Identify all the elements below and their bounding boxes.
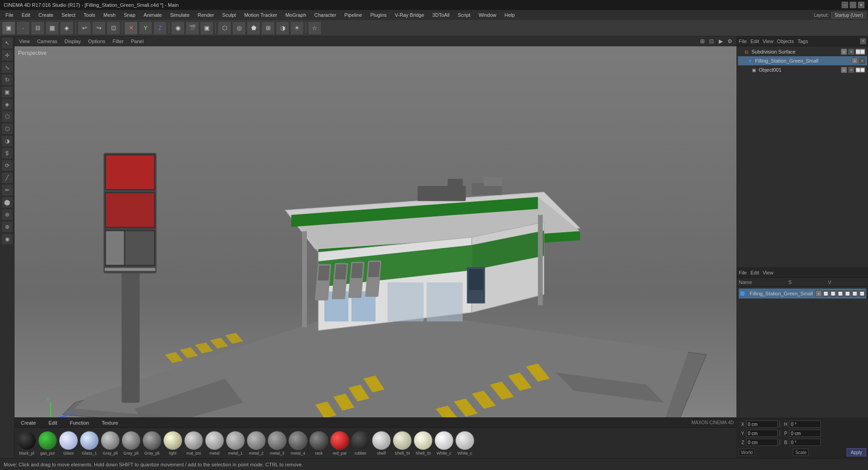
left-tool-11[interactable]: ⟳ (1, 160, 13, 171)
menu-simulate[interactable]: Simulate (166, 11, 193, 19)
mat-thumb-shellst2[interactable]: Shell_St (414, 431, 433, 455)
mat-strip-texture[interactable]: Texture (98, 419, 122, 426)
mat-thumb-shelf[interactable]: shelf (372, 431, 391, 455)
mat-thumb-metal2[interactable]: metal_2 (247, 431, 266, 455)
menu-script[interactable]: Script (454, 11, 474, 19)
coord-p-input[interactable] (789, 430, 821, 437)
mat-thumb-graypli2[interactable]: Gray_pli (122, 431, 141, 455)
lights-button[interactable]: ☀ (290, 21, 304, 35)
coord-h-input[interactable] (789, 421, 821, 428)
menu-render[interactable]: Render (194, 11, 218, 19)
left-tool-17[interactable]: ◉ (1, 233, 13, 245)
menu-tools[interactable]: Tools (80, 11, 99, 19)
left-tool-cursor[interactable]: ↖ (1, 37, 13, 49)
tab-panel[interactable]: Panel (129, 38, 146, 45)
menu-file[interactable]: File (2, 11, 17, 19)
edge-mode-button[interactable]: ⊟ (31, 21, 44, 35)
menu-3dtoall[interactable]: 3DToAll (429, 11, 453, 19)
vp-render-icon[interactable]: ▶ (717, 37, 725, 45)
fs-lock-btn[interactable]: ✕ (859, 58, 865, 64)
minimize-button[interactable]: ─ (842, 2, 848, 8)
obj-row-subdiv[interactable]: ⊟ Subdivision Surface ● ✕ ⬜⬜ (738, 47, 867, 56)
mat-thumb-metal4[interactable]: metal_4 (288, 431, 307, 455)
mat-file-menu[interactable]: File (739, 270, 747, 275)
snap-button[interactable]: ⬡ (218, 21, 231, 35)
mat-thumb-red_par[interactable]: red_par (330, 431, 349, 455)
menu-edit[interactable]: Edit (18, 11, 34, 19)
mat-thumb-black_pl[interactable]: black_pl (17, 431, 36, 455)
left-tool-12[interactable]: ╱ (1, 172, 13, 184)
mat-thumb-rack[interactable]: rack (309, 431, 328, 455)
left-tool-scale[interactable]: ⤡ (1, 62, 13, 73)
object-mode-button[interactable]: ◈ (60, 21, 73, 35)
mat-thumb-metal[interactable]: metal (205, 431, 224, 455)
grid-button[interactable]: ⊞ (261, 21, 275, 35)
mat-thumb-rubber[interactable]: rubber (351, 431, 370, 455)
menu-mesh[interactable]: Mesh (100, 11, 119, 19)
left-tool-5[interactable]: ▣ (1, 86, 13, 98)
left-tool-8[interactable]: ⬡ (1, 123, 13, 135)
display-button[interactable]: ◑ (276, 21, 289, 35)
rotate-tool-button[interactable]: Z (153, 21, 167, 35)
mat-thumb-shellst1[interactable]: Shell_St (393, 431, 412, 455)
render-button[interactable]: ◉ (171, 21, 185, 35)
left-tool-15[interactable]: ⊛ (1, 209, 13, 220)
mat-g-btn[interactable]: ⬜ (859, 290, 865, 297)
subdiv-tag-btn[interactable]: ⬜⬜ (855, 49, 865, 55)
left-tool-9[interactable]: ◑ (1, 135, 13, 147)
maximize-button[interactable]: □ (850, 2, 856, 8)
scale-label[interactable]: Scale (793, 449, 809, 456)
menu-sculpt[interactable]: Sculpt (219, 11, 240, 19)
coord-z-input[interactable] (746, 439, 778, 446)
left-tool-7[interactable]: ⬠ (1, 111, 13, 122)
coord-y-input[interactable] (746, 430, 778, 437)
menu-vray[interactable]: V-Ray Bridge (391, 11, 428, 19)
mat-strip-function[interactable]: Function (66, 419, 93, 426)
mat-row-filling-station[interactable]: Filling_Station_Green_Small ● ⬜ ⬜ ⬜ ⬜ ⬜ … (739, 289, 866, 299)
tab-filter[interactable]: Filter (111, 38, 125, 45)
coord-b-input[interactable] (789, 439, 821, 446)
obj-edit-menu[interactable]: Edit (751, 39, 759, 44)
mat-m-btn[interactable]: ⬜ (837, 290, 844, 297)
model-mode-button[interactable]: ▣ (2, 21, 15, 35)
vp-layout-icon[interactable]: ⊞ (698, 37, 707, 45)
mat-thumb-metal1[interactable]: metal_1 (226, 431, 245, 455)
apply-button[interactable]: Apply (847, 448, 866, 456)
mat-thumb-gas_pur[interactable]: gas_pur (38, 431, 57, 455)
coord-x-input[interactable] (746, 421, 778, 428)
left-tool-rotate[interactable]: ↻ (1, 74, 13, 86)
close-button[interactable]: ✕ (858, 2, 864, 8)
move-tool-button[interactable]: ✕ (124, 21, 138, 35)
mat-r-btn[interactable]: ⬜ (830, 290, 836, 297)
menu-motion-tracker[interactable]: Motion Tracker (240, 11, 281, 19)
tab-options[interactable]: Options (86, 38, 107, 45)
obj-close-btn[interactable]: ✕ (860, 38, 866, 44)
scale-tool-button[interactable]: Y (139, 21, 152, 35)
polygon-mode-button[interactable]: ▦ (45, 21, 59, 35)
render-view-button[interactable]: ▣ (200, 21, 214, 35)
menu-pipeline[interactable]: Pipeline (341, 11, 366, 19)
mat-thumb-glass1[interactable]: Glass_1 (80, 431, 99, 455)
undo-button[interactable]: ↩ (78, 21, 91, 35)
points-mode-button[interactable]: · (16, 21, 30, 35)
obj-tags-menu[interactable]: Tags (798, 39, 808, 44)
render-settings-button[interactable]: 🎬 (185, 21, 199, 35)
mat-thumb-light[interactable]: light (163, 431, 182, 455)
world-label[interactable]: World (739, 449, 755, 456)
mat-s-btn[interactable]: ● (815, 290, 822, 297)
tab-display[interactable]: Display (63, 38, 83, 45)
mat-l-btn[interactable]: ⬜ (844, 290, 851, 297)
mat-v-btn[interactable]: ⬜ (823, 290, 829, 297)
menu-help[interactable]: Help (501, 11, 519, 19)
mat-a-btn[interactable]: ⬜ (852, 290, 858, 297)
tab-cameras[interactable]: Cameras (35, 38, 59, 45)
mat-thumb-metal3[interactable]: metal_3 (268, 431, 287, 455)
fs-vis-btn[interactable]: ● (852, 58, 858, 64)
redo-button[interactable]: ↪ (92, 21, 106, 35)
mat-thumb-mat_boi[interactable]: mat_boi (184, 431, 203, 455)
menu-window[interactable]: Window (475, 11, 500, 19)
obj-file-menu[interactable]: File (739, 39, 747, 44)
mat-edit-menu[interactable]: Edit (751, 270, 759, 275)
mat-thumb-glass[interactable]: Glass (59, 431, 78, 455)
mat-strip-edit[interactable]: Edit (45, 419, 61, 426)
